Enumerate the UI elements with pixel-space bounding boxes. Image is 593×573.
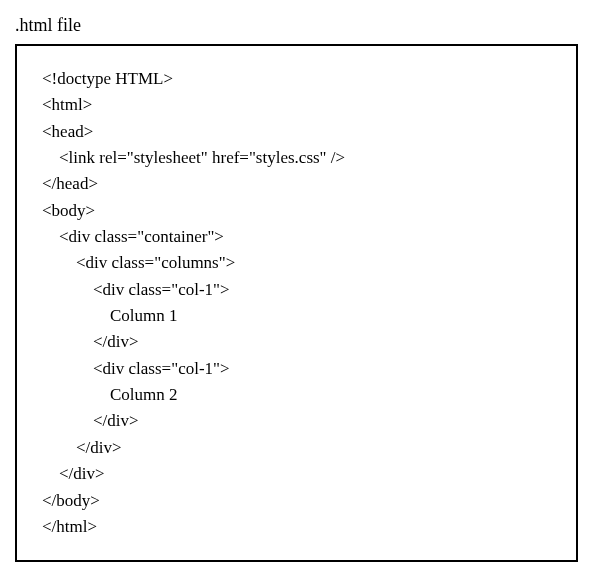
code-line: <link rel="stylesheet" href="styles.css"… [42, 145, 551, 171]
code-line: <body> [42, 198, 551, 224]
code-line: <head> [42, 119, 551, 145]
code-line: </head> [42, 171, 551, 197]
code-line: </div> [42, 435, 551, 461]
code-line: Column 2 [42, 382, 551, 408]
file-title: .html file [15, 15, 578, 36]
code-line: </html> [42, 514, 551, 540]
code-line: </div> [42, 329, 551, 355]
code-line: <div class="col-1"> [42, 356, 551, 382]
code-line: <div class="columns"> [42, 250, 551, 276]
code-line: <div class="col-1"> [42, 277, 551, 303]
code-container: <!doctype HTML> <html> <head> <link rel=… [15, 44, 578, 562]
code-line: </div> [42, 408, 551, 434]
code-line: Column 1 [42, 303, 551, 329]
code-line: <html> [42, 92, 551, 118]
code-line: <!doctype HTML> [42, 66, 551, 92]
code-line: </body> [42, 488, 551, 514]
code-line: </div> [42, 461, 551, 487]
code-line: <div class="container"> [42, 224, 551, 250]
